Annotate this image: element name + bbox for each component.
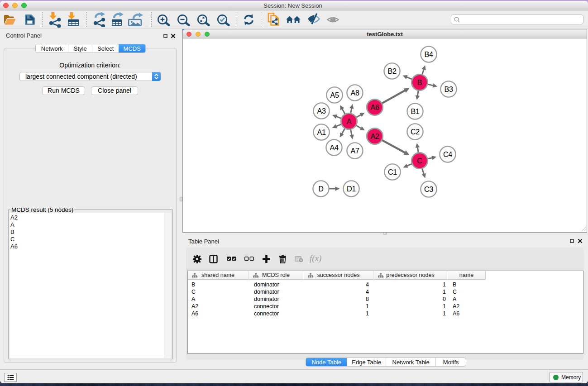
svg-text:B3: B3 [444,85,453,93]
svg-text:A7: A7 [350,147,359,155]
svg-text:C3: C3 [424,185,433,193]
svg-text:B4: B4 [424,50,433,58]
svg-text:C2: C2 [411,128,420,136]
svg-text:A4: A4 [330,143,338,152]
svg-text:B1: B1 [411,107,419,115]
svg-text:C1: C1 [388,168,397,176]
svg-text:B2: B2 [387,67,396,75]
svg-text:B: B [417,78,422,86]
svg-text:A1: A1 [317,128,325,136]
svg-text:A3: A3 [317,107,325,115]
svg-text:A2: A2 [370,132,379,140]
svg-text:C4: C4 [443,150,452,158]
svg-text:C: C [417,157,422,165]
svg-text:A8: A8 [350,89,359,97]
svg-text:D1: D1 [347,185,356,193]
svg-text:A: A [347,117,352,125]
svg-text:A6: A6 [370,103,379,111]
svg-text:D: D [318,185,323,193]
svg-text:A5: A5 [330,91,339,99]
